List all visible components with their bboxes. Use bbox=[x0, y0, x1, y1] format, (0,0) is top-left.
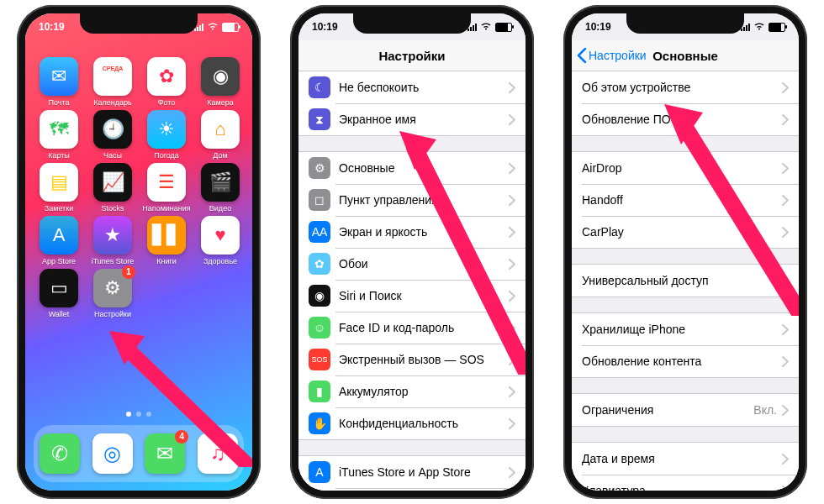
app-заметки[interactable]: ▤Заметки bbox=[34, 163, 84, 213]
settings-row[interactable]: ⧗Экранное имя bbox=[298, 103, 526, 135]
row-icon: ☺ bbox=[309, 317, 330, 339]
app-icon: ▭ bbox=[40, 269, 78, 307]
dock-app-safari[interactable]: ◎ bbox=[92, 433, 133, 474]
row-label: Не беспокоить bbox=[339, 81, 509, 94]
settings-row[interactable]: Универсальный доступ bbox=[572, 265, 799, 297]
dock-app-music[interactable]: ♫ bbox=[198, 433, 238, 474]
settings-row[interactable]: ☾Не беспокоить bbox=[298, 71, 526, 103]
row-label: Обновление ПО bbox=[582, 113, 782, 126]
app-icon: 📈 bbox=[93, 163, 132, 202]
chevron-right-icon bbox=[509, 323, 515, 333]
status-time: 10:19 bbox=[39, 21, 65, 33]
app-фото[interactable]: ✿Фото bbox=[141, 57, 192, 107]
row-label: Дата и время bbox=[582, 452, 782, 465]
app-itunes store[interactable]: ★iTunes Store bbox=[87, 216, 138, 265]
row-label: Хранилище iPhone bbox=[582, 323, 782, 336]
settings-row[interactable]: Обновление контента bbox=[572, 345, 799, 377]
page-indicator[interactable] bbox=[25, 412, 252, 417]
settings-row[interactable]: ◻︎Пункт управления bbox=[298, 184, 526, 216]
app-календарь[interactable]: СРЕДА13Календарь bbox=[87, 57, 138, 107]
settings-row[interactable]: Дата и время bbox=[572, 443, 799, 475]
settings-row[interactable]: ▮Аккумулятор bbox=[298, 375, 526, 407]
nav-bar: Настройки bbox=[298, 40, 526, 71]
row-label: Handoff bbox=[582, 193, 782, 207]
app-wallet[interactable]: ▭Wallet bbox=[34, 269, 84, 318]
settings-row[interactable]: Клавиатура bbox=[572, 475, 799, 491]
app-настройки[interactable]: ⚙︎1Настройки bbox=[87, 269, 138, 318]
settings-group: Хранилище iPhoneОбновление контента bbox=[572, 312, 799, 378]
row-icon: ▮ bbox=[309, 381, 330, 402]
settings-group: AiTunes Store и App Store▭Wallet и Apple… bbox=[298, 455, 526, 491]
app-видео[interactable]: 🎬Видео bbox=[195, 163, 246, 213]
dock-app-phone[interactable]: ✆ bbox=[40, 433, 80, 474]
row-label: AirDrop bbox=[582, 161, 782, 175]
settings-row[interactable]: Обновление ПО bbox=[572, 103, 799, 135]
settings-row[interactable]: CarPlay bbox=[572, 216, 799, 248]
row-label: Ограничения bbox=[582, 403, 753, 417]
app-label: Stocks bbox=[101, 204, 124, 213]
dock: ✆◎✉︎4♫ bbox=[34, 425, 244, 482]
row-label: Экран и яркость bbox=[339, 225, 509, 239]
app-icon: ◉ bbox=[201, 57, 240, 96]
nav-bar: Настройки Основные bbox=[572, 40, 799, 71]
battery-icon bbox=[495, 23, 512, 32]
row-label: Face ID и код-пароль bbox=[339, 321, 509, 334]
row-icon: A bbox=[309, 461, 330, 483]
chevron-right-icon bbox=[782, 114, 789, 125]
notch bbox=[626, 13, 744, 34]
settings-row[interactable]: AAЭкран и яркость bbox=[298, 216, 526, 248]
row-label: iTunes Store и App Store bbox=[339, 465, 509, 479]
settings-row[interactable]: Handoff bbox=[572, 184, 799, 216]
chevron-right-icon bbox=[509, 418, 515, 429]
settings-row[interactable]: ✿Обои bbox=[298, 248, 526, 280]
app-часы[interactable]: 🕘Часы bbox=[87, 110, 138, 160]
app-label: Календарь bbox=[93, 98, 131, 107]
settings-list[interactable]: ☾Не беспокоить⧗Экранное имя⚙︎Основные◻︎П… bbox=[298, 71, 526, 491]
settings-group: Дата и времяКлавиатура bbox=[572, 442, 799, 491]
settings-group: ☾Не беспокоить⧗Экранное имя bbox=[298, 71, 526, 136]
settings-row[interactable]: SOSЭкстренный вызов — SOS bbox=[298, 344, 526, 375]
general-list[interactable]: Об этом устройствеОбновление ПОAirDropHa… bbox=[572, 71, 799, 491]
chevron-right-icon bbox=[782, 405, 789, 416]
row-detail: Вкл. bbox=[753, 403, 777, 417]
settings-row[interactable]: ☺Face ID и код-пароль bbox=[298, 312, 526, 344]
app-погода[interactable]: ☀︎Погода bbox=[141, 110, 192, 160]
nav-back-button[interactable]: Настройки bbox=[577, 40, 647, 71]
settings-row[interactable]: Об этом устройстве bbox=[572, 71, 799, 103]
app-icon: ☀︎ bbox=[147, 110, 186, 149]
app-label: Wallet bbox=[49, 310, 70, 318]
app-icon: ✉︎ bbox=[40, 57, 78, 96]
row-label: Аккумулятор bbox=[339, 385, 509, 398]
app-книги[interactable]: ▋▋Книги bbox=[141, 216, 192, 265]
app-label: Погода bbox=[154, 151, 179, 160]
settings-row[interactable]: AirDrop bbox=[572, 152, 799, 184]
settings-row[interactable]: ОграниченияВкл. bbox=[572, 394, 799, 426]
row-icon: ⚙︎ bbox=[309, 157, 330, 179]
app-stocks[interactable]: 📈Stocks bbox=[87, 163, 138, 213]
settings-row[interactable]: ◉Siri и Поиск bbox=[298, 280, 526, 312]
app-app store[interactable]: AApp Store bbox=[34, 216, 84, 265]
chevron-right-icon bbox=[782, 82, 789, 93]
settings-row[interactable]: Хранилище iPhone bbox=[572, 313, 799, 345]
settings-row[interactable]: ✋Конфиденциальность bbox=[298, 407, 526, 439]
app-label: Видео bbox=[209, 204, 231, 213]
app-icon: A bbox=[40, 216, 78, 255]
app-label: Карты bbox=[48, 151, 70, 160]
app-здоровье[interactable]: ♥Здоровье bbox=[195, 216, 246, 265]
phone-general: 10:19 Настройки Основные Об этом устройс… bbox=[563, 5, 807, 499]
chevron-right-icon bbox=[509, 114, 515, 125]
settings-row[interactable]: ⚙︎Основные bbox=[298, 152, 526, 184]
settings-row[interactable]: AiTunes Store и App Store bbox=[298, 456, 526, 488]
app-камера[interactable]: ◉Камера bbox=[195, 57, 246, 107]
app-напоминания[interactable]: ☰Напоминания bbox=[141, 163, 192, 213]
dock-app-messages[interactable]: ✉︎4 bbox=[145, 433, 185, 474]
app-почта[interactable]: ✉︎Почта bbox=[34, 57, 84, 107]
row-label: Экранное имя bbox=[339, 113, 509, 126]
row-label: CarPlay bbox=[582, 225, 782, 239]
row-icon: ☾ bbox=[309, 76, 330, 98]
app-label: Фото bbox=[158, 98, 176, 107]
app-дом[interactable]: ⌂Дом bbox=[195, 110, 246, 160]
app-карты[interactable]: 🗺Карты bbox=[34, 110, 84, 160]
home-icon-grid: ✉︎ПочтаСРЕДА13Календарь✿Фото◉Камера🗺Карт… bbox=[25, 50, 252, 318]
settings-row[interactable]: ▭Wallet и Apple Pay bbox=[298, 488, 526, 491]
